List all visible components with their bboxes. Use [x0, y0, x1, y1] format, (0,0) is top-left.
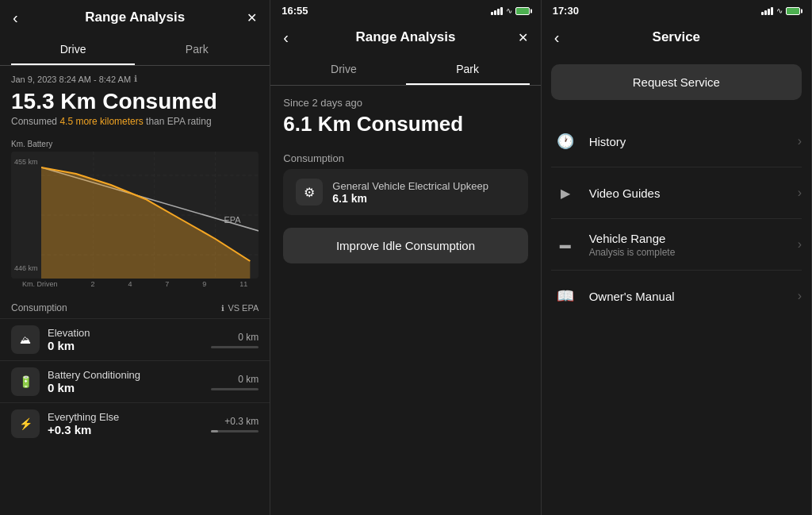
everything-else-name: Everything Else [48, 411, 211, 423]
consumption-label: Consumption [11, 302, 67, 313]
everything-else-progress [211, 430, 259, 432]
battery-cond-km: 0 km [238, 374, 259, 385]
p2-item-value: 6.1 km [332, 192, 515, 205]
panel-range-analysis-park: 16:55 ∿ ‹ Range Analysis ✕ Drive Park Si… [270, 0, 541, 515]
elevation-progress [211, 346, 259, 348]
tab-park[interactable]: Park [135, 35, 259, 65]
panel2-header: ‹ Range Analysis ✕ [270, 20, 540, 55]
vs-epa: ℹ VS EPA [221, 303, 259, 313]
panel3-time: 17:30 [553, 5, 579, 17]
request-service-button[interactable]: Request Service [551, 64, 802, 100]
p2-consumption-label: Consumption [270, 146, 540, 169]
y-label-top: 455 km [14, 158, 40, 166]
consumption-item-elevation: ⛰ Elevation 0 km 0 km [0, 318, 270, 360]
service-item-owners-manual[interactable]: 📖 Owner's Manual › [551, 271, 802, 321]
elevation-icon: ⛰ [11, 325, 40, 354]
chart-container: Km. Battery 455 km 446 km [0, 133, 270, 294]
chart-svg: EPA [41, 152, 259, 279]
info-icon-small: ℹ [221, 304, 224, 313]
history-chevron: › [798, 134, 802, 148]
panel-range-analysis-drive: ‹ Range Analysis ✕ Drive Park Jan 9, 202… [0, 0, 270, 515]
x-axis-title: Km. Driven [22, 280, 58, 288]
chart-x-labels: Km. Driven 2 4 7 9 11 [11, 279, 259, 288]
video-guides-icon: ▶ [551, 179, 580, 207]
signal-icon [491, 7, 503, 15]
km-consumed-large: 15.3 Km Consumed [0, 87, 270, 116]
service-item-video-guides[interactable]: ▶ Video Guides › [551, 167, 802, 219]
vehicle-range-chevron: › [798, 237, 802, 252]
chart-area: 455 km 446 km EPA [11, 152, 259, 279]
panel3-status-icons: ∿ [761, 6, 800, 15]
p2-km-consumed: 6.1 Km Consumed [270, 110, 540, 146]
elevation-km: 0 km [238, 332, 259, 343]
panel3-status-bar: 17:30 ∿ [542, 0, 811, 20]
tab-drive[interactable]: Drive [11, 35, 135, 65]
x-label-2: 2 [90, 280, 94, 288]
panel-service: 17:30 ∿ ‹ Service Request Service 🕐 Hist… [542, 0, 812, 515]
battery-cond-value: 0 km [48, 381, 211, 394]
consumption-item-battery: 🔋 Battery Conditioning 0 km 0 km [0, 360, 270, 402]
x-label-9: 9 [202, 280, 206, 288]
consumption-item-everything-else: ⚡ Everything Else +0.3 km +0.3 km [0, 402, 270, 444]
date-info: Jan 9, 2023 8:24 AM - 8:42 AM ℹ [0, 66, 270, 87]
back-button[interactable]: ‹ [6, 6, 25, 30]
x-label-11: 11 [239, 280, 247, 288]
everything-else-km: +0.3 km [224, 416, 259, 427]
close-button[interactable]: ✕ [240, 7, 263, 29]
video-guides-name: Video Guides [589, 186, 798, 200]
svg-text:EPA: EPA [224, 216, 240, 224]
vehicle-range-icon: ▬ [551, 230, 580, 259]
panel3-wifi-icon: ∿ [776, 6, 783, 15]
panel2-tab-park[interactable]: Park [406, 55, 530, 85]
panel3-header: ‹ Service [542, 20, 811, 55]
panel3-battery-icon [786, 7, 800, 15]
everything-else-value: +0.3 km [48, 423, 211, 436]
svg-marker-8 [41, 167, 250, 279]
p2-item-icon: ⚙ [296, 179, 323, 206]
panel2-title: Range Analysis [356, 29, 456, 45]
owners-manual-name: Owner's Manual [589, 290, 798, 303]
wifi-icon: ∿ [506, 6, 512, 15]
since-label: Since 2 days ago [270, 86, 540, 110]
elevation-name: Elevation [48, 327, 211, 339]
chart-label: Km. Battery [11, 140, 259, 148]
panel3-back-button[interactable]: ‹ [548, 25, 566, 50]
vehicle-range-name: Vehicle Range [589, 232, 798, 245]
panel3-signal-icon [761, 7, 773, 15]
video-guides-chevron: › [798, 186, 802, 200]
info-icon: ℹ [134, 74, 137, 84]
panel2-back-button[interactable]: ‹ [277, 25, 295, 50]
y-label-bottom: 446 km [14, 264, 40, 272]
panel1-title: Range Analysis [85, 10, 185, 25]
panel2-tab-drive[interactable]: Drive [282, 55, 405, 85]
panel2-status-icons: ∿ [491, 6, 530, 15]
owners-manual-icon: 📖 [551, 282, 580, 310]
owners-manual-chevron: › [798, 289, 802, 303]
everything-else-icon: ⚡ [11, 409, 40, 438]
history-icon: 🕐 [551, 127, 580, 156]
p2-consumption-item: ⚙ General Vehicle Electrical Upkeep 6.1 … [283, 169, 527, 215]
battery-cond-name: Battery Conditioning [48, 369, 211, 381]
battery-cond-progress [211, 388, 259, 390]
panel1-header: ‹ Range Analysis ✕ [0, 0, 270, 35]
battery-status-icon [515, 7, 530, 15]
service-item-vehicle-range[interactable]: ▬ Vehicle Range Analysis is complete › [551, 219, 802, 271]
elevation-value: 0 km [48, 339, 211, 352]
service-item-history[interactable]: 🕐 History › [551, 116, 802, 167]
panel1-tabs: Drive Park [0, 35, 270, 66]
x-label-4: 4 [128, 280, 132, 288]
panel2-status-bar: 16:55 ∿ [270, 0, 540, 20]
consumption-header: Consumption ℹ VS EPA [0, 294, 270, 318]
panel2-time: 16:55 [282, 5, 308, 17]
service-content: Request Service 🕐 History › ▶ Video Guid… [542, 55, 811, 515]
improve-idle-btn[interactable]: Improve Idle Consumption [283, 228, 527, 263]
panel2-close-button[interactable]: ✕ [511, 27, 534, 48]
panel2-tabs: Drive Park [270, 55, 540, 86]
panel3-title: Service [653, 29, 701, 45]
battery-cond-icon: 🔋 [11, 367, 40, 396]
history-name: History [589, 135, 798, 148]
subtitle: Consumed 4.5 more kilometers than EPA ra… [0, 116, 270, 133]
x-label-7: 7 [165, 280, 169, 288]
chart-y-labels: 455 km 446 km [11, 152, 43, 279]
p2-item-name: General Vehicle Electrical Upkeep [332, 180, 515, 192]
